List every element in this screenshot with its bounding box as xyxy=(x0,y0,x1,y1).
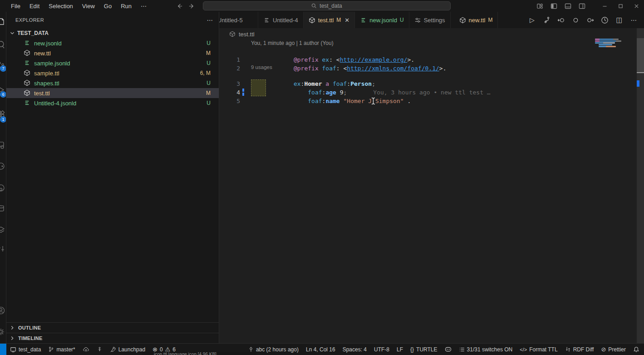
menu-view[interactable]: View xyxy=(78,3,99,10)
history-nav xyxy=(176,0,195,12)
breadcrumb[interactable]: test.ttl xyxy=(219,28,644,40)
outline-section[interactable]: OUTLINE xyxy=(6,322,219,333)
tab-untitled-5[interactable]: Untitled-5 xyxy=(219,12,258,28)
settings-gear-icon[interactable] xyxy=(0,327,5,336)
tab-label: Settings xyxy=(424,17,445,24)
git-status-badge: M xyxy=(206,50,211,56)
tab-label: test.ttl xyxy=(318,17,334,24)
minimize-icon[interactable] xyxy=(602,3,608,9)
run-icon[interactable]: ▷ xyxy=(528,16,536,24)
cube-icon xyxy=(24,49,31,57)
back-icon[interactable] xyxy=(176,3,183,10)
more-actions-icon[interactable]: ⋯ xyxy=(630,16,638,24)
problems-git-badge: 6, M xyxy=(200,70,211,76)
file-row-shapes-ttl[interactable]: shapes.ttl U xyxy=(6,78,219,88)
sidebar-header: EXPLORER ⋯ xyxy=(6,12,219,28)
cube-icon xyxy=(459,17,466,24)
editor-actions: ▷ ◫ ⋯ xyxy=(528,12,644,28)
run-query-icon[interactable] xyxy=(601,16,609,24)
search-activity-icon[interactable] xyxy=(0,40,5,49)
customize-layout-icon[interactable] xyxy=(536,3,543,10)
switches-item[interactable]: 31/31 switches ON xyxy=(455,344,516,355)
activity-bar-icon-9[interactable] xyxy=(0,204,5,213)
explorer-icon[interactable] xyxy=(0,17,5,26)
git-status-badge: U xyxy=(206,100,211,106)
untracked-badge: U xyxy=(400,17,404,23)
file-row-untitled-4-jsonld[interactable]: Untitled-4.jsonld U xyxy=(6,98,219,108)
tab-test-ttl[interactable]: test.ttl M ✕ xyxy=(304,12,355,28)
git-branch-item[interactable]: master* xyxy=(44,344,79,355)
tab-settings[interactable]: Settings xyxy=(409,12,451,28)
file-lines-icon xyxy=(263,17,270,24)
close-tab-icon[interactable]: ✕ xyxy=(344,17,349,24)
code-icon: </> xyxy=(520,347,527,352)
codelens-blame[interactable]: You, 1 minute ago | 1 author (You) xyxy=(219,40,644,47)
eol-item[interactable]: LF xyxy=(393,344,407,355)
minimap[interactable] xyxy=(593,28,637,343)
editor-area: Untitled-5 Untitled-4 test.ttl M ✕ new.j… xyxy=(219,12,644,343)
activity-bar-icon-11[interactable] xyxy=(0,244,5,253)
menu-selection[interactable]: Selection xyxy=(44,3,77,10)
remote-indicator[interactable] xyxy=(0,344,6,355)
activity-bar-icon-6[interactable] xyxy=(0,140,5,149)
tab-new-jsonld[interactable]: new.jsonld U xyxy=(355,12,409,28)
activity-bar-icon-7[interactable] xyxy=(0,162,5,171)
activity-bar-icon-8[interactable] xyxy=(0,183,5,192)
code-content[interactable]: You, 1 minute ago | 1 author (You) 1@pre… xyxy=(219,40,644,97)
scrollbar-track[interactable] xyxy=(637,28,644,343)
close-window-icon[interactable] xyxy=(634,3,639,9)
folder-section-test-data[interactable]: TEST_DATA xyxy=(6,28,219,38)
rdf-diff-item[interactable]: RDF Diff xyxy=(561,344,598,355)
tab-new-ttl[interactable]: new.ttl M xyxy=(454,12,498,28)
chevron-down-icon xyxy=(9,30,15,36)
file-name: sample.jsonld xyxy=(34,60,70,67)
file-row-sample-ttl[interactable]: sample.ttl 6, M xyxy=(6,68,219,78)
prettier-item[interactable]: ⊘ Prettier xyxy=(597,344,629,355)
indentation-item[interactable]: Spaces: 4 xyxy=(339,344,370,355)
toggle-panel-icon[interactable] xyxy=(565,3,571,10)
file-row-new-ttl[interactable]: new.ttl M xyxy=(6,48,219,58)
menu-go[interactable]: Go xyxy=(99,3,116,10)
encoding-item[interactable]: UTF-8 xyxy=(370,344,393,355)
toggle-secondary-sidebar-icon[interactable] xyxy=(579,3,585,10)
file-row-test-ttl[interactable]: test.ttl M xyxy=(6,88,219,98)
cursor-position-item[interactable]: Ln 4, Col 16 xyxy=(302,344,339,355)
file-row-sample-jsonld[interactable]: sample.jsonld U xyxy=(6,58,219,68)
outline-label: OUTLINE xyxy=(18,325,41,330)
source-control-graph-icon[interactable] xyxy=(543,16,551,24)
nav-back-circle-icon[interactable] xyxy=(557,16,565,24)
activity-bar-icon-10[interactable] xyxy=(0,225,5,234)
menu-overflow-icon[interactable]: ⋯ xyxy=(136,3,151,10)
account-icon[interactable] xyxy=(0,306,5,315)
scrollbar-thumb[interactable] xyxy=(637,38,644,73)
split-editor-icon[interactable]: ◫ xyxy=(615,16,623,24)
menu-edit[interactable]: Edit xyxy=(25,3,44,10)
nav-forward-circle-icon[interactable] xyxy=(586,16,594,24)
timeline-section[interactable]: TIMELINE xyxy=(6,333,219,343)
file-row-new-jsonld[interactable]: new.jsonld U xyxy=(6,38,219,48)
sync-changes-item[interactable] xyxy=(79,344,93,355)
toggle-sidebar-icon[interactable] xyxy=(551,3,557,10)
nav-circle-icon[interactable] xyxy=(572,16,580,24)
code-line-3: 3ex:Homer a foaf:Person; xyxy=(219,71,644,79)
workspace-item[interactable]: test_data xyxy=(6,344,44,355)
forward-icon[interactable] xyxy=(188,3,195,10)
jsonld-lines-icon xyxy=(24,59,31,67)
modified-badge: M xyxy=(488,17,492,23)
format-ttl-item[interactable]: </> Format TTL xyxy=(516,344,561,355)
command-center-search[interactable]: test_data xyxy=(203,1,451,10)
code-line-4: 4 foaf:age 9;You, 3 hours ago • new ttl … xyxy=(219,79,644,88)
maximize-icon[interactable] xyxy=(618,3,624,9)
hover-tooltip-clipped: icon ttl language icon [4.96 KB] xyxy=(142,352,256,355)
menu-file[interactable]: File xyxy=(6,3,25,10)
views-more-actions-icon[interactable]: ⋯ xyxy=(207,16,213,24)
gitlens-item[interactable] xyxy=(93,344,106,355)
copilot-item[interactable] xyxy=(441,344,455,355)
editor[interactable]: test.ttl You, 1 minute ago | 1 author (Y… xyxy=(219,28,644,343)
notifications-item[interactable] xyxy=(629,344,644,355)
language-mode-item[interactable]: {} TURTLE xyxy=(407,344,441,355)
git-status-badge: U xyxy=(206,60,211,66)
bell-icon xyxy=(633,346,639,353)
menu-run[interactable]: Run xyxy=(116,3,136,10)
tab-untitled-4[interactable]: Untitled-4 xyxy=(258,12,304,28)
